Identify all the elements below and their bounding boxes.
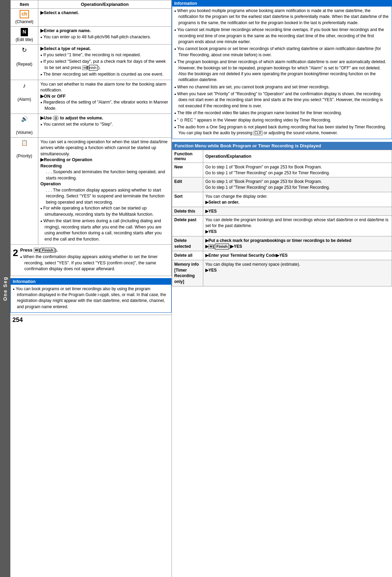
table-row: 📋 (Priority) You can set a recording ope… [11, 137, 172, 245]
list-item: You cannot set the volume to "Step". [40, 121, 169, 128]
priority-label: (Priority) [17, 154, 32, 158]
list-item: When you booked multiple programs whose … [174, 8, 390, 26]
edit-title-operation: ▶Enter a program name. You can enter up … [38, 27, 172, 45]
func-menu-header: Function Menu while Book Program or Time… [172, 142, 392, 150]
list-item: The program bookings and timer recording… [174, 59, 390, 83]
right-info-box: Information When you booked multiple pro… [172, 0, 392, 139]
list-item: When you have set "Priority" of "Recordi… [174, 91, 390, 109]
func-menu-table: Function menu Operation/Explanation New … [172, 150, 392, 286]
func-delete-selected-op: ▶Put a check mark for programbookings or… [203, 236, 392, 251]
priority-icon: 📋 [13, 139, 36, 147]
func-delete-this: Delete this [172, 207, 203, 216]
alarm-icon: ♪ [13, 81, 36, 90]
func-new-op: Go to step 1 of "Book Program" on page 2… [203, 163, 392, 177]
list-item: You can book programs or set timer recor… [13, 286, 169, 310]
func-memory-info: Memory info[TimerRecording only] [172, 260, 203, 286]
item-alarm: ♪ (Alarm) [11, 80, 38, 114]
table-row: N (Edit title) ▶Enter a program name. Yo… [11, 27, 172, 45]
list-item: The title of the recorded video file tak… [174, 110, 390, 116]
table-row: ♪ (Alarm) You can set whether to make th… [11, 80, 172, 114]
table-row: Delete all ▶Enter your Terminal Security… [172, 251, 392, 260]
edit-title-icon: N [21, 28, 28, 36]
col-item-header: Item [11, 0, 38, 9]
func-edit: Edit [172, 177, 203, 192]
table-row: 🔊 (Volume) ▶Use ⊙ to adjust the volume. … [11, 114, 172, 137]
item-priority: 📋 (Priority) [11, 137, 38, 245]
table-row: Sort You can change the display order. ▶… [172, 192, 392, 207]
priority-operation: You can set a recording operation for wh… [38, 137, 172, 245]
table-row: Delete this ▶YES [172, 207, 392, 216]
repeat-label: (Repeat) [16, 62, 32, 67]
list-item: When the confirmation display appears as… [20, 254, 169, 272]
func-sort: Sort [172, 192, 203, 207]
page-number: 254 [10, 315, 172, 325]
table-row: Edit Go to step 1 of "Book Program" on p… [172, 177, 392, 192]
func-edit-op: Go to step 1 of "Book Program" on page 2… [203, 177, 392, 192]
right-info-header: Information [172, 0, 392, 7]
list-item: When the start time arrives during a cal… [40, 218, 169, 242]
func-delete-selected: Delete selected [172, 236, 203, 251]
side-tab-label: One Seg [2, 276, 8, 301]
table-row: ↻ (Repeat) ▶Select a type of repeat. If … [11, 45, 172, 80]
step-number: 2 [13, 247, 18, 258]
channel-operation: ▶Select a channel. [38, 9, 172, 27]
func-delete-all-op: ▶Enter your Terminal Security Code▶YES [203, 251, 392, 260]
func-menu-title: Function Menu while Book Program or Time… [175, 143, 321, 148]
table-row: Delete past You can delete the program b… [172, 216, 392, 236]
volume-label: (Volume) [16, 130, 32, 135]
info-box-bottom: Information You can book programs or set… [10, 278, 172, 313]
func-delete-all: Delete all [172, 251, 203, 260]
func-delete-this-op: ▶YES [203, 207, 392, 216]
func-sort-op: You can change the display order. ▶Selec… [203, 192, 392, 207]
table-row: New Go to step 1 of "Book Program" on pa… [172, 163, 392, 177]
list-item: You cannot book programs or set timer re… [174, 46, 390, 58]
list-item: Regardless of the setting of "Alarm", th… [40, 99, 169, 111]
func-delete-past-op: You can delete the program bookings and … [203, 216, 392, 236]
right-column: Information When you booked multiple pro… [172, 0, 392, 577]
volume-icon: 🔊 [13, 115, 36, 123]
list-item: When no channel lists are set, you canno… [174, 84, 390, 90]
col-operation-header: Operation/Explanation [38, 0, 172, 9]
item-repeat: ↻ (Repeat) [11, 45, 38, 80]
list-item: You cannot set multiple timer recordings… [174, 27, 390, 45]
step-2-section: 2 Press ✉(Finish). When the confirmation… [10, 245, 172, 276]
item-edit-title: N (Edit title) [11, 27, 38, 45]
list-item: If you select "1 time", the recording is… [40, 52, 169, 58]
repeat-icon: ↻ [13, 46, 36, 55]
item-volume: 🔊 (Volume) [11, 114, 38, 137]
step-main-text: Press ✉(Finish). [20, 247, 169, 253]
alarm-operation: You can set whether to make the alarm to… [38, 80, 172, 114]
list-item: For while operating a function which can… [40, 205, 169, 217]
side-tab: One Seg [0, 0, 10, 577]
volume-operation: ▶Use ⊙ to adjust the volume. You cannot … [38, 114, 172, 137]
func-op-header: Operation/Explanation [203, 150, 392, 163]
alarm-label: (Alarm) [18, 97, 31, 102]
list-item: The audio from a One Seg program is not … [174, 124, 390, 136]
info-header: Information [11, 278, 171, 285]
func-col-header: Function menu [172, 150, 203, 163]
func-delete-past: Delete past [172, 216, 203, 236]
list-item: " ⊙ REC " appears in the Viewer display … [174, 117, 390, 123]
repeat-operation: ▶Select a type of repeat. If you select … [38, 45, 172, 80]
item-channel: ch (Channel) [11, 9, 38, 27]
func-new: New [172, 163, 203, 177]
table-row: Delete selected ▶Put a check mark for pr… [172, 236, 392, 251]
table-row: Memory info[TimerRecording only] You can… [172, 260, 392, 286]
list-item: If you select "Select day", put a check … [40, 59, 169, 71]
table-row: ch (Channel) ▶Select a channel. [11, 9, 172, 27]
list-item: You can enter up to 48 full-pitch/96 hal… [40, 34, 169, 40]
channel-icon: ch [20, 10, 29, 18]
main-table: Item Operation/Explanation ch (Channel) [10, 0, 172, 245]
list-item: The timer recording set with repetition … [40, 71, 169, 78]
func-memory-info-op: You can display the used memory space (e… [203, 260, 392, 286]
edit-title-label: (Edit title) [16, 37, 33, 42]
channel-label: (Channel) [15, 19, 33, 24]
